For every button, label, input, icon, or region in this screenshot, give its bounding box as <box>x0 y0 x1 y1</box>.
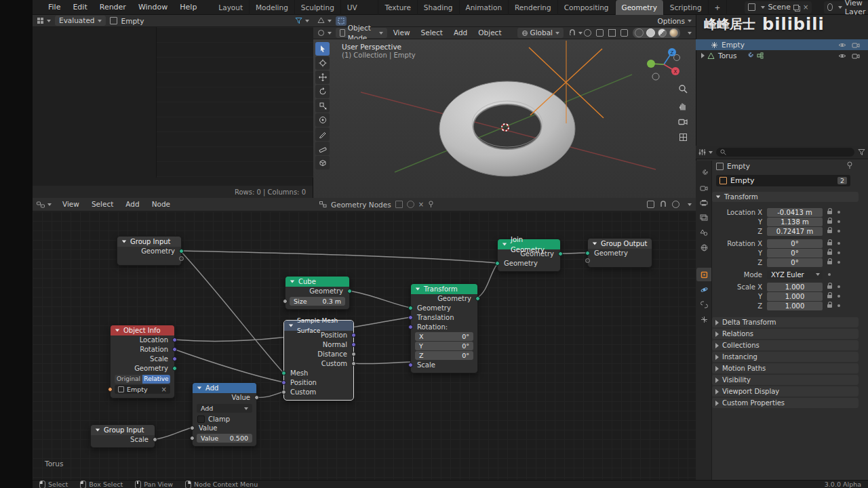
rotation-x-field[interactable]: 0° <box>767 239 823 248</box>
tab-physics[interactable] <box>696 283 711 296</box>
empty-object-axes[interactable] <box>313 39 696 198</box>
viewport-menu-object[interactable]: Object <box>473 26 506 40</box>
panel-instancing[interactable]: Instancing <box>712 352 859 362</box>
viewport-canvas[interactable]: User Perspective (1) Collection | Empty … <box>313 39 696 198</box>
properties-editor-icon[interactable] <box>698 148 713 156</box>
position-input-socket[interactable] <box>281 380 286 385</box>
workspace-tab-sculpting[interactable]: Sculpting <box>295 0 341 15</box>
panel-collections[interactable]: Collections <box>712 340 859 350</box>
geometry-output-socket[interactable] <box>179 249 184 253</box>
object-input-socket[interactable] <box>108 387 113 392</box>
workspace-tab-uv-editing[interactable]: UV Editing <box>341 0 379 15</box>
magnet-icon[interactable] <box>569 29 583 37</box>
value2-input-socket[interactable] <box>190 436 195 441</box>
transform-orientation-dropdown[interactable]: Global <box>517 28 564 38</box>
node-group-input-bottom[interactable]: Group Input Scale <box>90 424 155 448</box>
geometry-output-socket[interactable] <box>558 251 563 256</box>
close-icon[interactable]: × <box>803 4 808 11</box>
custom-input-socket[interactable] <box>281 390 286 394</box>
object-id-field[interactable]: Empty × <box>115 385 170 394</box>
users-count-badge[interactable]: 2 <box>837 177 847 184</box>
viewport-menu-select[interactable]: Select <box>416 26 448 40</box>
pin-icon[interactable] <box>428 201 434 208</box>
workspace-tab-texture-paint[interactable]: Texture Paint <box>378 0 417 15</box>
menu-edit[interactable]: Edit <box>66 0 93 14</box>
scale-output-socket[interactable] <box>172 357 177 361</box>
options-chevron-icon[interactable] <box>688 203 692 206</box>
overlap-toggle-icon[interactable] <box>647 201 654 208</box>
rotation-y-field[interactable]: 0° <box>767 249 823 258</box>
workspace-tab-scripting[interactable]: Scripting <box>664 0 709 15</box>
animate-dot[interactable] <box>837 242 840 245</box>
tab-render[interactable] <box>696 181 711 195</box>
geometry-input-socket[interactable] <box>495 261 500 266</box>
menu-help[interactable]: Help <box>174 0 203 14</box>
animate-dot[interactable] <box>837 220 840 223</box>
distance-output-socket[interactable] <box>351 352 356 357</box>
clamp-checkbox[interactable]: Clamp <box>193 414 256 424</box>
animate-dot[interactable] <box>837 261 840 264</box>
pin-icon[interactable] <box>846 161 853 169</box>
node-menu-view[interactable]: View <box>57 197 85 211</box>
snapping-target-icon[interactable] <box>672 201 679 208</box>
mode-dropdown[interactable]: Object Mode <box>336 28 387 38</box>
panel-visibility[interactable]: Visibility <box>712 375 859 385</box>
node-tree-selector[interactable]: Geometry Nodes × <box>319 201 434 209</box>
workspace-tab-shading[interactable]: Shading <box>418 0 460 15</box>
animate-dot[interactable] <box>837 211 840 214</box>
new-tree-icon[interactable] <box>407 201 414 208</box>
node-menu-select[interactable]: Select <box>86 197 119 211</box>
shading-dropdown-icon[interactable] <box>688 32 692 35</box>
viewport-menu-view[interactable]: View <box>389 26 415 40</box>
node-group-output[interactable]: Group Output Geometry <box>587 238 652 268</box>
value-field[interactable]: Value0.500 <box>197 434 252 443</box>
viewport-editor-icon[interactable] <box>317 17 332 24</box>
location-y-field[interactable]: 1.138 m <box>767 218 823 226</box>
geometry-output-socket[interactable] <box>347 289 352 293</box>
menu-file[interactable]: File <box>42 0 66 14</box>
eye-icon[interactable] <box>838 42 846 48</box>
properties-search-input[interactable] <box>716 148 854 157</box>
normal-output-socket[interactable] <box>351 342 356 347</box>
scale-z-field[interactable]: 1.000 <box>767 302 823 310</box>
rotation-mode-dropdown[interactable]: XYZ Euler <box>767 270 823 279</box>
panel-custom-properties[interactable]: Custom Properties <box>712 398 859 408</box>
workspace-tab-geometry-nodes[interactable]: Geometry Nodes <box>616 0 664 15</box>
position-output-socket[interactable] <box>351 333 356 338</box>
scale-input-socket[interactable] <box>408 363 413 367</box>
outliner-item-torus[interactable]: Torus <box>696 50 868 61</box>
lock-icon[interactable] <box>827 285 832 289</box>
animate-dot[interactable] <box>837 251 840 254</box>
virtual-input-socket[interactable] <box>585 258 590 263</box>
lock-icon[interactable] <box>827 242 832 245</box>
transform-tool[interactable] <box>315 113 330 127</box>
close-icon[interactable]: × <box>161 386 167 393</box>
measure-tool[interactable] <box>315 142 330 155</box>
scale-y-field[interactable]: 1.000 <box>767 292 823 301</box>
rendered-shading-icon[interactable] <box>669 28 678 37</box>
outliner-item-empty[interactable]: Empty <box>696 39 868 50</box>
lock-icon[interactable] <box>827 304 832 308</box>
custom-output-socket[interactable] <box>351 361 356 366</box>
node-math-add[interactable]: Add Value Add Clamp Value Value0.500 <box>192 382 257 447</box>
rotation-x-field[interactable]: X0° <box>415 332 473 341</box>
viewport-menu-add[interactable]: Add <box>449 26 472 40</box>
lock-icon[interactable] <box>827 211 832 214</box>
workspace-tab-compositing[interactable]: Compositing <box>558 0 616 15</box>
active-tool-icon[interactable] <box>336 16 347 26</box>
node-menu-node[interactable]: Node <box>146 197 176 211</box>
scale-x-field[interactable]: 1.000 <box>767 283 823 291</box>
scale-tool[interactable] <box>315 99 330 113</box>
transform-panel-header[interactable]: Transform <box>712 192 859 202</box>
material-shading-icon[interactable] <box>658 28 667 37</box>
node-join-geometry[interactable]: Join Geometry Geometry Geometry <box>497 239 561 272</box>
animate-dot[interactable] <box>828 273 831 276</box>
workspace-tab-layout[interactable]: Layout <box>212 0 250 15</box>
ortho-toggle-icon[interactable] <box>679 133 688 144</box>
lock-icon[interactable] <box>827 251 832 255</box>
new-workspace-button[interactable]: + <box>709 0 728 15</box>
object-name-field[interactable]: Empty 2 <box>716 175 850 186</box>
tab-constraints[interactable] <box>696 298 711 311</box>
node-sample-mesh-surface[interactable]: Sample Mesh Surface Position Normal Dist… <box>283 320 354 401</box>
panel-viewport-display[interactable]: Viewport Display <box>712 386 859 396</box>
